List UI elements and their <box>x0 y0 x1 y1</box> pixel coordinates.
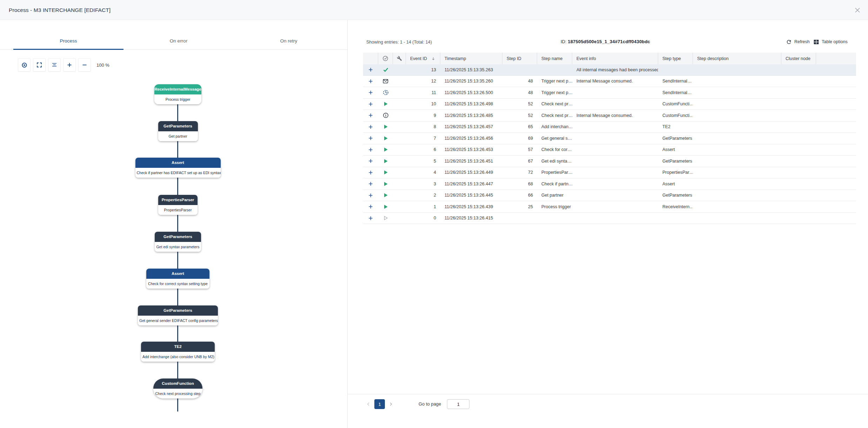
node-type-label: CustomFunction <box>153 378 202 389</box>
cell-event-info <box>572 87 658 98</box>
event-row-7[interactable]: 711/26/2025 15:13:26.45669Get general s…… <box>363 133 856 144</box>
play-icon <box>383 136 388 141</box>
cell-event-info <box>572 144 658 156</box>
previous-page-button[interactable] <box>366 399 371 409</box>
close-button[interactable] <box>855 7 861 13</box>
column-header-label: Step type <box>662 56 681 61</box>
event-row-12[interactable]: 1211/26/2025 15:13:35.26048Trigger next … <box>363 76 856 87</box>
event-row-13[interactable]: 1311/26/2025 15:13:35.263All internal me… <box>363 64 856 76</box>
expand-row-button[interactable] <box>363 110 378 121</box>
process-id: ID: 187505d500e15_1_34#71cdff0430bdc <box>561 39 650 44</box>
sort-down-icon[interactable] <box>431 56 436 61</box>
expand-row-button[interactable] <box>363 76 378 87</box>
current-page-button[interactable]: 1 <box>374 399 385 409</box>
plus-icon <box>368 181 373 186</box>
expand-row-button[interactable] <box>363 121 378 133</box>
flow-node-assert-2[interactable]: AssertCheck if partner has EDIFACT set u… <box>135 158 221 178</box>
actions-column-header <box>393 53 406 64</box>
play-icon <box>383 192 388 198</box>
event-row-0[interactable]: 011/26/2025 15:13:26.415 <box>363 213 856 224</box>
cell-timestamp: 11/26/2025 15:13:26.457 <box>440 121 502 133</box>
expand-row-button[interactable] <box>363 64 378 75</box>
process-window: Process - M3 INTERCHANGE [EDIFACT] Proce… <box>0 0 868 428</box>
cell-step-name: Check if partn… <box>537 178 572 190</box>
expand-cell <box>363 121 378 133</box>
cell-timestamp: 11/26/2025 15:13:26.498 <box>440 99 502 110</box>
event-row-11[interactable]: 1111/26/2025 15:13:26.50048Trigger next … <box>363 87 856 99</box>
cell-step-description <box>693 76 781 87</box>
cell-step-type: GetParameters <box>658 133 693 144</box>
expand-row-button[interactable] <box>363 167 378 178</box>
node-type-label: PropertiesParser <box>158 195 198 205</box>
event-row-4[interactable]: 411/26/2025 15:13:26.44972PropertiesPar…… <box>363 167 856 179</box>
cell-spacer <box>816 178 856 190</box>
column-header-step-id: Step ID <box>502 53 537 64</box>
status-cell <box>378 144 393 156</box>
node-description: Check for correct syntax setting type <box>146 279 209 289</box>
cell-step-name: Process trigger <box>537 201 572 212</box>
status-cell <box>378 190 393 201</box>
expand-row-button[interactable] <box>363 201 378 212</box>
cell-step-type: SendInternal… <box>658 87 693 98</box>
refresh-button[interactable]: Refresh <box>786 38 810 46</box>
expand-row-button[interactable] <box>363 156 378 167</box>
expand-row-button[interactable] <box>363 99 378 110</box>
cell-step-id: 48 <box>502 87 537 98</box>
column-header-label: Step name <box>541 56 562 61</box>
column-header-step-name: Step name <box>537 53 572 64</box>
flow-node-te2-7[interactable]: TE2Add interchange (also consider UNB by… <box>141 342 215 362</box>
event-row-1[interactable]: 111/26/2025 15:13:26.43925Process trigge… <box>363 201 856 213</box>
goto-page-input[interactable] <box>447 399 469 409</box>
play-icon <box>383 158 388 164</box>
cell-event-info <box>572 190 658 201</box>
cell-event-id: 3 <box>406 178 440 190</box>
expand-row-button[interactable] <box>363 87 378 98</box>
node-type-label: GetParameters <box>155 232 201 242</box>
cell-event-id: 8 <box>406 121 440 133</box>
flow-node-receiveinternalmessage-0[interactable]: ReceiveInternalMessageProcess trigger <box>154 84 201 104</box>
flow-node-getparameters-1[interactable]: GetParametersGet partner <box>158 121 198 141</box>
event-row-5[interactable]: 511/26/2025 15:13:26.45167Get edi synta…… <box>363 156 856 167</box>
cell-step-name: PropertiesPar… <box>537 167 572 178</box>
flow-node-customfunction-8[interactable]: CustomFunctionCheck next processing step <box>153 378 202 399</box>
expand-row-button[interactable] <box>363 213 378 224</box>
table-options-button[interactable]: Table options <box>813 38 848 46</box>
event-row-8[interactable]: 811/26/2025 15:13:26.45765Add interchan…… <box>363 121 856 133</box>
flow-node-getparameters-4[interactable]: GetParametersGet edi syntax parameters <box>155 232 201 252</box>
cell-event-id: 5 <box>406 156 440 167</box>
node-description: PropertiesParser <box>158 205 198 215</box>
expand-row-button[interactable] <box>363 190 378 201</box>
cell-timestamp: 11/26/2025 15:13:26.453 <box>440 144 502 156</box>
cell-spacer <box>816 156 856 167</box>
flow-node-propertiesparser-3[interactable]: PropertiesParserPropertiesParser <box>158 195 198 215</box>
actions-cell <box>393 64 406 75</box>
cell-timestamp: 11/26/2025 15:13:26.485 <box>440 110 502 121</box>
expand-row-button[interactable] <box>363 133 378 144</box>
cell-step-id <box>502 64 537 75</box>
status-cell <box>378 99 393 110</box>
cell-step-description <box>693 167 781 178</box>
column-header-event-id[interactable]: Event ID <box>406 53 440 64</box>
event-row-6[interactable]: 611/26/2025 15:13:26.45357Check for cor…… <box>363 144 856 156</box>
cell-cluster-node <box>781 156 816 167</box>
cell-event-info <box>572 167 658 178</box>
event-row-10[interactable]: 1011/26/2025 15:13:26.49852Check next pr… <box>363 99 856 110</box>
refresh-label: Refresh <box>794 39 810 44</box>
close-icon <box>855 7 861 13</box>
event-row-3[interactable]: 311/26/2025 15:13:26.44768Check if partn… <box>363 178 856 190</box>
cell-event-id: 11 <box>406 87 440 98</box>
expand-row-button[interactable] <box>363 144 378 156</box>
flow-node-assert-5[interactable]: AssertCheck for correct syntax setting t… <box>146 269 209 289</box>
flow-node-getparameters-6[interactable]: GetParametersGet general sender EDIFACT … <box>138 305 218 325</box>
event-row-9[interactable]: 911/26/2025 15:13:26.48552Check next pr…… <box>363 110 856 121</box>
status-cell <box>378 76 393 87</box>
event-row-2[interactable]: 211/26/2025 15:13:26.44566Get partnerGet… <box>363 190 856 202</box>
actions-cell <box>393 167 406 178</box>
cell-timestamp: 11/26/2025 15:13:35.263 <box>440 64 502 75</box>
plus-icon <box>368 90 373 95</box>
check-circle-icon <box>382 55 388 61</box>
process-id-label: ID: <box>561 39 567 44</box>
expand-row-button[interactable] <box>363 178 378 190</box>
title-bar: Process - M3 INTERCHANGE [EDIFACT] <box>0 0 868 20</box>
next-page-button[interactable] <box>388 399 393 409</box>
